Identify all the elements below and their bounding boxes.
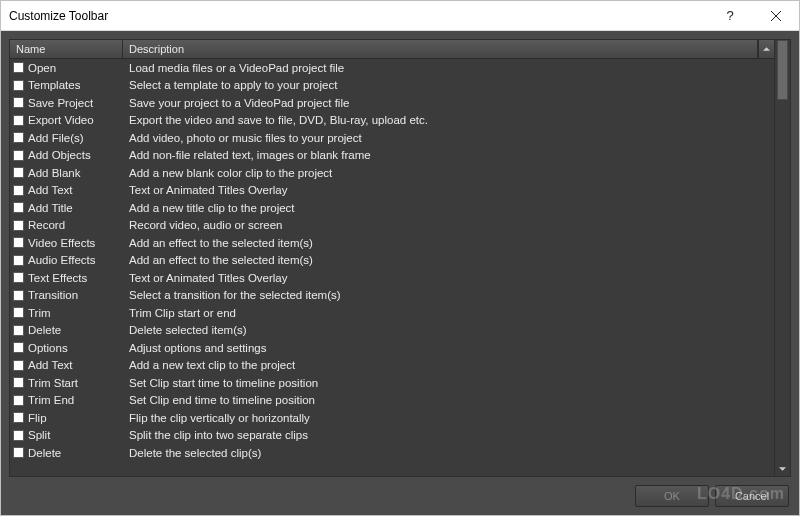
row-name-cell: Open (10, 62, 123, 74)
table-row[interactable]: Add File(s)Add video, photo or music fil… (10, 129, 774, 147)
table-row[interactable]: Trim EndSet Clip end time to timeline po… (10, 392, 774, 410)
row-name-cell: Add Title (10, 202, 123, 214)
table-row[interactable]: Add TitleAdd a new title clip to the pro… (10, 199, 774, 217)
column-header-description[interactable]: Description (123, 40, 758, 58)
row-name-cell: Templates (10, 79, 123, 91)
table-row[interactable]: FlipFlip the clip vertically or horizont… (10, 409, 774, 427)
row-checkbox[interactable] (13, 325, 24, 336)
dialog-body: Name Description OpenLoad media files or… (1, 31, 799, 515)
row-name-label: Add Text (28, 359, 73, 371)
table-row[interactable]: DeleteDelete selected item(s) (10, 322, 774, 340)
list-content: Name Description OpenLoad media files or… (10, 40, 774, 476)
row-checkbox[interactable] (13, 255, 24, 266)
row-name-label: Add File(s) (28, 132, 84, 144)
row-name-label: Delete (28, 447, 61, 459)
row-checkbox[interactable] (13, 132, 24, 143)
row-checkbox[interactable] (13, 237, 24, 248)
row-name-cell: Add Text (10, 184, 123, 196)
table-row[interactable]: Save ProjectSave your project to a Video… (10, 94, 774, 112)
row-checkbox[interactable] (13, 342, 24, 353)
row-name-cell: Delete (10, 447, 123, 459)
scrollbar-down-button[interactable] (775, 461, 790, 476)
table-row[interactable]: Text EffectsText or Animated Titles Over… (10, 269, 774, 287)
cancel-button[interactable]: Cancel (715, 485, 789, 507)
list-rows: OpenLoad media files or a VideoPad proje… (10, 59, 774, 476)
table-row[interactable]: Add ObjectsAdd non-file related text, im… (10, 147, 774, 165)
table-row[interactable]: OptionsAdjust options and settings (10, 339, 774, 357)
cancel-button-label: Cancel (735, 490, 769, 502)
row-checkbox[interactable] (13, 412, 24, 423)
vertical-scrollbar[interactable] (774, 40, 790, 476)
table-row[interactable]: TemplatesSelect a template to apply to y… (10, 77, 774, 95)
row-description-cell: Set Clip end time to timeline position (123, 394, 774, 406)
row-name-cell: Transition (10, 289, 123, 301)
row-name-label: Audio Effects (28, 254, 96, 266)
row-checkbox[interactable] (13, 185, 24, 196)
table-row[interactable]: TransitionSelect a transition for the se… (10, 287, 774, 305)
row-checkbox[interactable] (13, 115, 24, 126)
row-checkbox[interactable] (13, 80, 24, 91)
row-description-cell: Adjust options and settings (123, 342, 774, 354)
row-name-cell: Trim Start (10, 377, 123, 389)
row-name-label: Text Effects (28, 272, 87, 284)
table-row[interactable]: DeleteDelete the selected clip(s) (10, 444, 774, 462)
table-row[interactable]: Add TextAdd a new text clip to the proje… (10, 357, 774, 375)
row-description-cell: Trim Clip start or end (123, 307, 774, 319)
table-row[interactable]: SplitSplit the clip into two separate cl… (10, 427, 774, 445)
row-name-label: Transition (28, 289, 78, 301)
row-description-cell: Add a new text clip to the project (123, 359, 774, 371)
row-name-cell: Video Effects (10, 237, 123, 249)
table-row[interactable]: Audio EffectsAdd an effect to the select… (10, 252, 774, 270)
ok-button[interactable]: OK (635, 485, 709, 507)
row-name-cell: Text Effects (10, 272, 123, 284)
row-description-cell: Delete the selected clip(s) (123, 447, 774, 459)
row-checkbox[interactable] (13, 202, 24, 213)
row-description-cell: Record video, audio or screen (123, 219, 774, 231)
column-header-name[interactable]: Name (10, 40, 123, 58)
chevron-down-icon (779, 467, 786, 471)
titlebar: Customize Toolbar ? (1, 1, 799, 31)
help-button[interactable]: ? (707, 1, 753, 31)
table-row[interactable]: Add TextText or Animated Titles Overlay (10, 182, 774, 200)
table-row[interactable]: TrimTrim Clip start or end (10, 304, 774, 322)
row-name-cell: Flip (10, 412, 123, 424)
row-checkbox[interactable] (13, 360, 24, 371)
row-description-cell: Add an effect to the selected item(s) (123, 254, 774, 266)
table-row[interactable]: Add BlankAdd a new blank color clip to t… (10, 164, 774, 182)
row-name-label: Export Video (28, 114, 94, 126)
row-checkbox[interactable] (13, 62, 24, 73)
column-header-end[interactable] (758, 40, 774, 58)
row-name-label: Flip (28, 412, 47, 424)
row-name-label: Trim (28, 307, 51, 319)
row-checkbox[interactable] (13, 307, 24, 318)
row-description-cell: Split the clip into two separate clips (123, 429, 774, 441)
row-checkbox[interactable] (13, 430, 24, 441)
row-checkbox[interactable] (13, 395, 24, 406)
row-name-label: Add Text (28, 184, 73, 196)
table-row[interactable]: Trim StartSet Clip start time to timelin… (10, 374, 774, 392)
row-checkbox[interactable] (13, 150, 24, 161)
close-button[interactable] (753, 1, 799, 31)
row-name-cell: Add File(s) (10, 132, 123, 144)
scrollbar-thumb[interactable] (777, 40, 788, 100)
row-description-cell: Text or Animated Titles Overlay (123, 184, 774, 196)
toolbar-list-panel: Name Description OpenLoad media files or… (9, 39, 791, 477)
row-name-cell: Add Blank (10, 167, 123, 179)
table-row[interactable]: RecordRecord video, audio or screen (10, 217, 774, 235)
column-header-row: Name Description (10, 40, 774, 59)
row-checkbox[interactable] (13, 377, 24, 388)
row-checkbox[interactable] (13, 220, 24, 231)
row-checkbox[interactable] (13, 447, 24, 458)
scrollbar-track[interactable] (775, 40, 790, 461)
row-checkbox[interactable] (13, 167, 24, 178)
row-description-cell: Set Clip start time to timeline position (123, 377, 774, 389)
table-row[interactable]: Export VideoExport the video and save to… (10, 112, 774, 130)
row-name-label: Add Objects (28, 149, 91, 161)
table-row[interactable]: Video EffectsAdd an effect to the select… (10, 234, 774, 252)
row-checkbox[interactable] (13, 290, 24, 301)
row-name-cell: Split (10, 429, 123, 441)
row-description-cell: Load media files or a VideoPad project f… (123, 62, 774, 74)
row-checkbox[interactable] (13, 97, 24, 108)
row-checkbox[interactable] (13, 272, 24, 283)
table-row[interactable]: OpenLoad media files or a VideoPad proje… (10, 59, 774, 77)
